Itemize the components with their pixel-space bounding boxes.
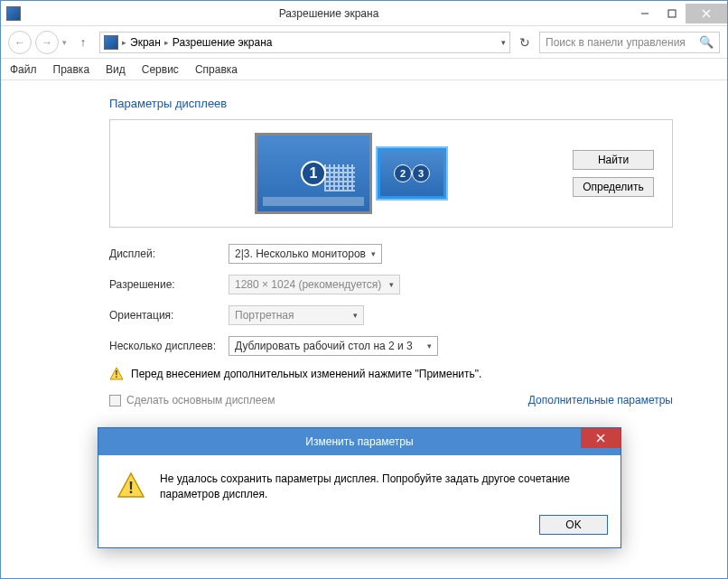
monitor-2-number: 2: [394, 164, 412, 182]
ok-button[interactable]: OK: [539, 515, 608, 535]
dialog-title: Изменить параметры: [305, 435, 413, 448]
display-label: Дисплей:: [109, 247, 229, 260]
arrangement-buttons: Найти Определить: [573, 150, 654, 197]
multiple-value: Дублировать рабочий стол на 2 и 3: [235, 340, 413, 352]
titlebar: Разрешение экрана: [1, 1, 727, 26]
svg-text:!: !: [115, 369, 117, 379]
close-button[interactable]: [686, 4, 727, 23]
warning-icon: !: [117, 472, 145, 500]
monitor-3-number: 3: [412, 164, 430, 182]
dialog-titlebar: Изменить параметры: [98, 428, 621, 455]
history-dropdown-icon[interactable]: ▾: [62, 38, 67, 47]
resolution-label: Разрешение:: [109, 278, 229, 291]
up-button[interactable]: ↑: [74, 33, 92, 51]
navigation-bar: ← → ▾ ↑ ▸ Экран ▸ Разрешение экрана ▾ ↻ …: [1, 26, 727, 59]
resolution-row: Разрешение: 1280 × 1024 (рекомендуется) …: [109, 275, 673, 294]
multiple-label: Несколько дисплеев:: [109, 340, 229, 352]
display-value: 2|3. Несколько мониторов: [235, 247, 366, 260]
orientation-select: Портретная ▾: [229, 305, 364, 325]
warning-icon: !: [109, 367, 124, 381]
address-bar[interactable]: ▸ Экран ▸ Разрешение экрана ▾: [99, 32, 510, 53]
orientation-value: Портретная: [235, 309, 294, 322]
maximize-button[interactable]: [658, 4, 686, 23]
display-icon: [104, 35, 118, 50]
detect-button[interactable]: Определить: [573, 177, 654, 197]
chevron-right-icon: ▸: [122, 38, 126, 47]
find-button[interactable]: Найти: [573, 150, 654, 170]
resolution-value: 1280 × 1024 (рекомендуется): [235, 278, 381, 291]
orientation-label: Ориентация:: [109, 309, 229, 322]
dialog-close-button[interactable]: [581, 428, 621, 448]
address-dropdown-icon[interactable]: ▾: [501, 38, 506, 47]
resolution-select: 1280 × 1024 (рекомендуется) ▾: [229, 275, 400, 294]
menu-bar: Файл Правка Вид Сервис Справка: [1, 59, 727, 80]
window-title: Разрешение экрана: [26, 7, 631, 20]
window-controls: [631, 4, 727, 23]
dialog-footer: OK: [98, 515, 621, 547]
multiple-displays-row: Несколько дисплеев: Дублировать рабочий …: [109, 336, 673, 356]
breadcrumb-screen[interactable]: Экран: [130, 36, 161, 49]
monitor-2-3[interactable]: 2 3: [378, 148, 446, 199]
monitor-1-number: 1: [301, 161, 326, 186]
monitors-preview[interactable]: 1 2 3: [128, 133, 573, 214]
multiple-displays-select[interactable]: Дублировать рабочий стол на 2 и 3 ▾: [229, 336, 438, 356]
advanced-settings-link[interactable]: Дополнительные параметры: [528, 394, 673, 406]
apply-warning: ! Перед внесением дополнительных изменен…: [109, 367, 673, 381]
menu-view[interactable]: Вид: [106, 63, 126, 76]
menu-help[interactable]: Справка: [195, 63, 238, 76]
monitor-1-grid-icon: [324, 164, 355, 191]
chevron-down-icon: ▾: [427, 341, 432, 350]
display-arrangement-box: 1 2 3 Найти Определить: [109, 119, 673, 228]
svg-text:!: !: [128, 479, 134, 497]
menu-edit[interactable]: Правка: [53, 63, 90, 76]
orientation-row: Ориентация: Портретная ▾: [109, 305, 673, 325]
search-input[interactable]: Поиск в панели управления 🔍: [539, 32, 720, 53]
breadcrumb-resolution[interactable]: Разрешение экрана: [173, 36, 273, 49]
back-button[interactable]: ←: [8, 31, 32, 54]
refresh-button[interactable]: ↻: [514, 32, 536, 53]
forward-button[interactable]: →: [35, 31, 59, 54]
display-row: Дисплей: 2|3. Несколько мониторов ▾: [109, 244, 673, 264]
page-heading: Параметры дисплеев: [109, 97, 673, 110]
minimize-button[interactable]: [631, 4, 658, 23]
menu-service[interactable]: Сервис: [142, 63, 179, 76]
chevron-right-icon: ▸: [164, 38, 169, 47]
primary-display-label: Сделать основным дисплеем: [126, 394, 275, 406]
window-icon: [6, 6, 21, 21]
menu-file[interactable]: Файл: [10, 63, 37, 76]
svg-rect-1: [668, 10, 676, 17]
primary-display-checkbox: [109, 395, 121, 406]
chevron-down-icon: ▾: [353, 311, 358, 320]
primary-display-row: Сделать основным дисплеем Дополнительные…: [109, 394, 673, 406]
warning-text: Перед внесением дополнительных изменений…: [131, 368, 481, 380]
chevron-down-icon: ▾: [389, 280, 394, 289]
dialog-body: ! Не удалось сохранить параметры дисплея…: [98, 455, 621, 515]
error-dialog: Изменить параметры ! Не удалось сохранит…: [98, 427, 621, 548]
monitor-1-taskbar: [263, 197, 364, 206]
chevron-down-icon: ▾: [371, 249, 376, 258]
search-icon: 🔍: [699, 35, 714, 49]
search-placeholder: Поиск в панели управления: [546, 36, 686, 49]
dialog-message: Не удалось сохранить параметры дисплея. …: [160, 472, 602, 502]
display-select[interactable]: 2|3. Несколько мониторов ▾: [229, 244, 382, 264]
monitor-1[interactable]: 1: [255, 133, 372, 214]
